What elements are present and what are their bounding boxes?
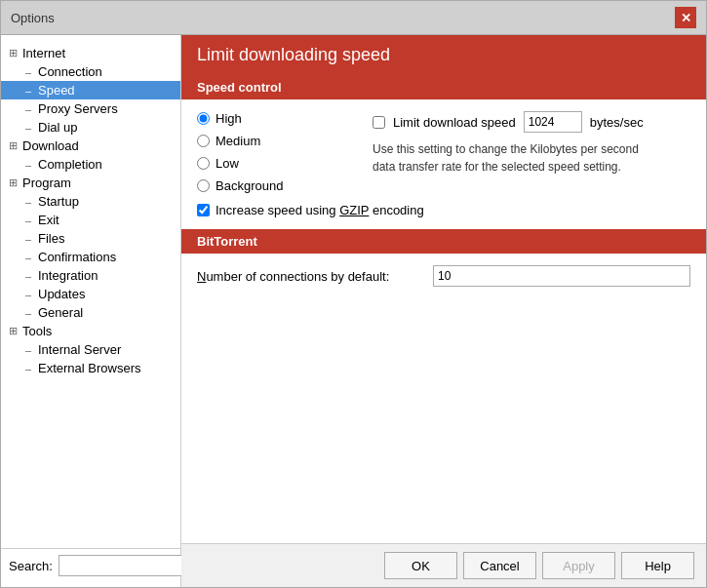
options-window: Options ✕ ⊞ Internet – Connection bbox=[0, 0, 707, 588]
sidebar-item-general[interactable]: – General bbox=[1, 303, 180, 322]
bittorrent-row: Number of connections by default: 10 bbox=[197, 265, 690, 287]
limit-download-label: Limit download speed bbox=[393, 115, 516, 130]
connections-underline: N bbox=[197, 269, 206, 284]
sidebar-item-label: Startup bbox=[36, 194, 79, 209]
sidebar-item-connection[interactable]: – Connection bbox=[1, 62, 180, 81]
connections-label: Number of connections by default: bbox=[197, 269, 421, 284]
sidebar: ⊞ Internet – Connection – Speed – Proxy … bbox=[1, 35, 181, 587]
toggle-icon: – bbox=[20, 122, 36, 134]
sidebar-item-dial-up[interactable]: – Dial up bbox=[1, 118, 180, 137]
bittorrent-section: Number of connections by default: 10 bbox=[181, 254, 706, 298]
tree: ⊞ Internet – Connection – Speed – Proxy … bbox=[1, 40, 180, 548]
toggle-icon: – bbox=[20, 103, 36, 115]
sidebar-item-label: Connection bbox=[36, 64, 102, 79]
gzip-row[interactable]: Increase speed using GZIP encoding bbox=[197, 203, 690, 217]
limit-value-input[interactable]: 1024 bbox=[524, 111, 582, 133]
toggle-icon: – bbox=[20, 344, 36, 356]
radio-high-label: High bbox=[216, 111, 242, 126]
speed-control-header: Speed control bbox=[181, 75, 706, 99]
sidebar-item-completion[interactable]: – Completion bbox=[1, 155, 180, 174]
toggle-icon: – bbox=[20, 215, 36, 226]
radio-options: High Medium Low bbox=[197, 111, 343, 193]
sidebar-item-label: Integration bbox=[36, 268, 98, 283]
apply-button[interactable]: Apply bbox=[542, 552, 615, 579]
connections-input[interactable]: 10 bbox=[433, 265, 690, 287]
limit-download-checkbox[interactable] bbox=[373, 116, 385, 129]
toggle-icon: ⊞ bbox=[5, 139, 20, 152]
close-button[interactable]: ✕ bbox=[675, 7, 696, 28]
sidebar-item-label: Updates bbox=[36, 287, 85, 301]
sidebar-item-label: Internal Server bbox=[36, 342, 121, 357]
title-bar: Options ✕ bbox=[1, 1, 706, 35]
window-body: ⊞ Internet – Connection – Speed – Proxy … bbox=[1, 35, 706, 587]
page-title: Limit downloading speed bbox=[181, 35, 706, 75]
sidebar-item-tools[interactable]: ⊞ Tools bbox=[1, 322, 180, 340]
speed-control-section: High Medium Low bbox=[181, 99, 706, 229]
toggle-icon: ⊞ bbox=[5, 47, 20, 59]
bittorrent-header: BitTorrent bbox=[181, 229, 706, 254]
sidebar-item-label: Internet bbox=[20, 46, 65, 60]
radio-high-input[interactable] bbox=[197, 112, 210, 125]
sidebar-item-program[interactable]: ⊞ Program bbox=[1, 174, 180, 192]
toggle-icon: – bbox=[20, 196, 36, 208]
sidebar-item-proxy-servers[interactable]: – Proxy Servers bbox=[1, 99, 180, 118]
sidebar-item-external-browsers[interactable]: – External Browsers bbox=[1, 359, 180, 377]
sidebar-item-updates[interactable]: – Updates bbox=[1, 285, 180, 303]
button-bar: OK Cancel Apply Help bbox=[181, 543, 706, 587]
radio-background[interactable]: Background bbox=[197, 178, 343, 193]
sidebar-item-label: Files bbox=[36, 231, 64, 246]
search-label: Search: bbox=[9, 559, 53, 573]
radio-low[interactable]: Low bbox=[197, 156, 343, 171]
toggle-icon: – bbox=[20, 252, 36, 263]
radio-high[interactable]: High bbox=[197, 111, 343, 126]
radio-low-input[interactable] bbox=[197, 157, 210, 170]
sidebar-item-files[interactable]: – Files bbox=[1, 229, 180, 248]
sidebar-item-exit[interactable]: – Exit bbox=[1, 211, 180, 229]
sidebar-item-label: Speed bbox=[36, 83, 75, 98]
toggle-icon: – bbox=[20, 307, 36, 319]
radio-low-label: Low bbox=[216, 156, 239, 171]
connections-label-text: umber of connections by default: bbox=[206, 269, 389, 284]
gzip-checkbox[interactable] bbox=[197, 204, 210, 216]
content-area: Speed control High Medium bbox=[181, 75, 706, 543]
toggle-icon: – bbox=[20, 270, 36, 282]
sidebar-item-confirmations[interactable]: – Confirmations bbox=[1, 248, 180, 266]
toggle-icon: – bbox=[20, 233, 36, 245]
sidebar-item-startup[interactable]: – Startup bbox=[1, 192, 180, 211]
main-content: Limit downloading speed Speed control Hi… bbox=[181, 35, 706, 587]
toggle-icon: – bbox=[20, 85, 36, 97]
cancel-button[interactable]: Cancel bbox=[463, 552, 536, 579]
toggle-icon: – bbox=[20, 66, 36, 78]
sidebar-item-internal-server[interactable]: – Internal Server bbox=[1, 340, 180, 359]
radio-background-label: Background bbox=[216, 178, 283, 193]
radio-medium[interactable]: Medium bbox=[197, 134, 343, 148]
help-button[interactable]: Help bbox=[621, 552, 694, 579]
sidebar-item-label: Tools bbox=[20, 324, 52, 338]
gzip-label: Increase speed using GZIP encoding bbox=[216, 203, 424, 217]
sidebar-item-label: Dial up bbox=[36, 120, 77, 135]
sidebar-item-label: Completion bbox=[36, 157, 102, 172]
sidebar-item-label: External Browsers bbox=[36, 361, 140, 375]
speed-options-row: High Medium Low bbox=[197, 111, 690, 193]
limit-unit: bytes/sec bbox=[590, 115, 644, 130]
hint-text: Use this setting to change the Kilobytes… bbox=[373, 140, 646, 176]
search-bar: Search: bbox=[1, 548, 180, 582]
sidebar-item-label: Confirmations bbox=[36, 250, 116, 264]
toggle-icon: – bbox=[20, 159, 36, 171]
toggle-icon: ⊞ bbox=[5, 325, 20, 337]
sidebar-item-download[interactable]: ⊞ Download bbox=[1, 137, 180, 155]
window-title: Options bbox=[11, 11, 55, 25]
gzip-underline: GZIP bbox=[339, 203, 369, 217]
radio-background-input[interactable] bbox=[197, 179, 210, 192]
limit-panel: Limit download speed 1024 bytes/sec Use … bbox=[363, 111, 690, 176]
toggle-icon: – bbox=[20, 289, 36, 300]
sidebar-item-internet[interactable]: ⊞ Internet bbox=[1, 44, 180, 62]
sidebar-item-label: Exit bbox=[36, 213, 59, 227]
sidebar-item-label: General bbox=[36, 305, 83, 320]
sidebar-item-integration[interactable]: – Integration bbox=[1, 266, 180, 285]
sidebar-item-label: Download bbox=[20, 138, 79, 153]
radio-medium-input[interactable] bbox=[197, 135, 210, 147]
sidebar-item-label: Program bbox=[20, 176, 71, 190]
ok-button[interactable]: OK bbox=[384, 552, 457, 579]
sidebar-item-speed[interactable]: – Speed bbox=[1, 81, 180, 99]
